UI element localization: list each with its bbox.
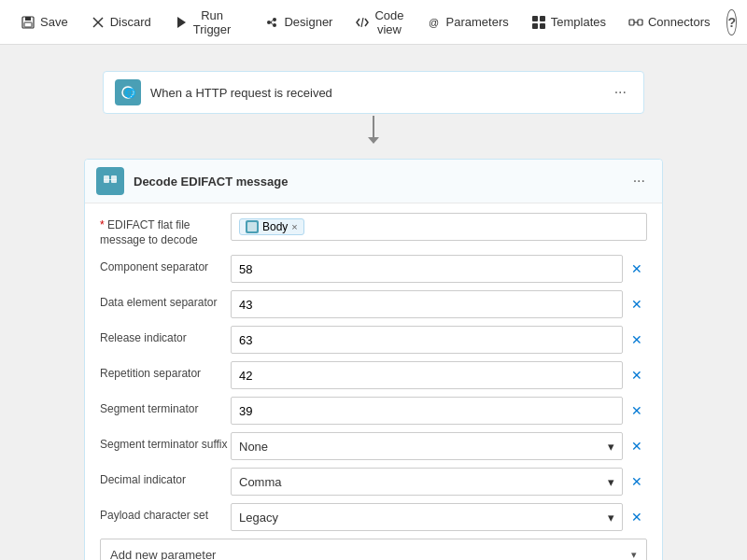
add-parameter-row[interactable]: Add new parameter ▾ — [100, 539, 647, 560]
connectors-button[interactable]: Connectors — [619, 9, 719, 35]
payload-charset-row: Payload character set Legacy ▾ ✕ — [100, 503, 647, 531]
svg-rect-17 — [629, 20, 634, 25]
action-title: Decode EDIFACT message — [134, 175, 627, 189]
segment-suffix-field: None ▾ ✕ — [231, 432, 647, 460]
data-elem-sep-field: ✕ — [231, 290, 647, 318]
discard-icon — [91, 15, 106, 30]
data-elem-sep-label: Data element separator — [100, 290, 231, 311]
add-parameter-label: Add new parameter — [110, 548, 216, 560]
segment-term-input[interactable] — [231, 397, 623, 425]
segment-term-label: Segment terminator — [100, 397, 231, 417]
action-card-header: Decode EDIFACT message ··· — [85, 160, 662, 203]
edifact-tag-input[interactable]: Body × — [231, 213, 647, 241]
segment-suffix-label: Segment terminator suffix — [100, 432, 231, 453]
body-tag: Body × — [239, 218, 304, 235]
segment-suffix-chevron: ▾ — [608, 440, 614, 454]
svg-rect-2 — [24, 22, 32, 27]
run-trigger-label: Run Trigger — [193, 8, 232, 36]
action-card: Decode EDIFACT message ··· * EDIFACT fla… — [84, 159, 663, 560]
payload-charset-chevron: ▾ — [608, 511, 614, 525]
component-sep-clear[interactable]: ✕ — [627, 259, 647, 279]
parameters-button[interactable]: @ Parameters — [417, 9, 518, 35]
segment-suffix-clear[interactable]: ✕ — [627, 436, 647, 456]
canvas: 🌐 When a HTTP request is received ··· — [0, 45, 747, 560]
release-indicator-field: ✕ — [231, 326, 647, 354]
action-more-button[interactable]: ··· — [627, 171, 651, 191]
repetition-sep-input[interactable] — [231, 361, 623, 389]
svg-rect-25 — [247, 222, 257, 231]
component-sep-input[interactable] — [231, 255, 623, 283]
card-container: 🌐 When a HTTP request is received ··· — [84, 71, 663, 560]
data-elem-sep-input[interactable] — [231, 290, 623, 318]
repetition-sep-field: ✕ — [231, 361, 647, 389]
payload-charset-clear[interactable]: ✕ — [627, 507, 647, 527]
designer-button[interactable]: Designer — [255, 9, 342, 35]
svg-line-11 — [361, 18, 363, 27]
svg-rect-18 — [638, 20, 642, 25]
help-label: ? — [727, 15, 736, 30]
parameters-label: Parameters — [446, 15, 509, 29]
segment-term-clear[interactable]: ✕ — [627, 400, 647, 421]
save-button[interactable]: Save — [11, 9, 78, 35]
run-trigger-button[interactable]: Run Trigger — [164, 3, 241, 42]
decimal-indicator-chevron: ▾ — [608, 475, 614, 489]
segment-term-field: ✕ — [231, 397, 647, 425]
connectors-label: Connectors — [648, 15, 710, 29]
parameters-icon: @ — [427, 15, 442, 30]
svg-text:🌐: 🌐 — [124, 87, 136, 99]
action-card-body: * EDIFACT flat file message to decode Bo… — [85, 203, 662, 560]
decimal-indicator-field: Comma ▾ ✕ — [231, 468, 647, 496]
svg-rect-1 — [25, 17, 31, 21]
svg-rect-14 — [540, 16, 545, 21]
segment-suffix-select[interactable]: None ▾ — [231, 432, 623, 460]
save-icon — [21, 15, 35, 30]
arrow-down-icon — [373, 116, 374, 138]
code-view-icon — [355, 15, 370, 30]
trigger-card[interactable]: 🌐 When a HTTP request is received ··· — [103, 71, 644, 114]
body-tag-close[interactable]: × — [291, 221, 297, 232]
data-elem-sep-row: Data element separator ✕ — [100, 290, 647, 318]
data-elem-sep-clear[interactable]: ✕ — [627, 294, 647, 315]
toolbar: Save Discard Run Trigger — [0, 0, 747, 45]
run-trigger-icon — [174, 15, 189, 30]
svg-line-10 — [271, 22, 273, 25]
svg-rect-16 — [540, 23, 545, 29]
segment-suffix-value: None — [239, 440, 268, 454]
edifact-field-row: * EDIFACT flat file message to decode Bo… — [100, 213, 647, 247]
release-indicator-clear[interactable]: ✕ — [627, 329, 647, 350]
payload-charset-select[interactable]: Legacy ▾ — [231, 503, 623, 531]
decimal-indicator-value: Comma — [239, 475, 282, 489]
svg-point-6 — [267, 21, 271, 24]
svg-point-8 — [273, 23, 276, 27]
required-marker: * — [100, 218, 107, 231]
repetition-sep-clear[interactable]: ✕ — [627, 365, 647, 385]
action-card-icon — [96, 167, 124, 195]
body-tag-icon — [246, 220, 259, 233]
connector-arrow — [84, 114, 663, 140]
release-indicator-label: Release indicator — [100, 326, 231, 346]
edifact-label: * EDIFACT flat file message to decode — [100, 213, 231, 247]
svg-rect-13 — [532, 16, 538, 21]
connectors-icon — [628, 15, 643, 30]
discard-button[interactable]: Discard — [81, 9, 161, 35]
decimal-indicator-clear[interactable]: ✕ — [627, 471, 647, 492]
svg-point-7 — [273, 18, 276, 21]
release-indicator-input[interactable] — [231, 326, 623, 354]
trigger-more-button[interactable]: ··· — [609, 82, 632, 103]
add-parameter-chevron: ▾ — [631, 549, 637, 560]
segment-suffix-row: Segment terminator suffix None ▾ ✕ — [100, 432, 647, 460]
code-view-button[interactable]: Code view — [345, 3, 413, 42]
component-sep-field: ✕ — [231, 255, 647, 283]
code-view-label: Code view — [374, 8, 403, 36]
payload-charset-value: Legacy — [239, 511, 278, 525]
templates-label: Templates — [551, 15, 606, 29]
repetition-sep-row: Repetition separator ✕ — [100, 361, 647, 389]
release-indicator-row: Release indicator ✕ — [100, 326, 647, 354]
help-button[interactable]: ? — [726, 9, 737, 35]
decimal-indicator-select[interactable]: Comma ▾ — [231, 468, 623, 496]
decimal-indicator-row: Decimal indicator Comma ▾ ✕ — [100, 468, 647, 496]
templates-button[interactable]: Templates — [522, 9, 615, 35]
component-sep-row: Component separator ✕ — [100, 255, 647, 283]
decimal-indicator-label: Decimal indicator — [100, 468, 231, 488]
edifact-field[interactable]: Body × — [231, 213, 647, 241]
